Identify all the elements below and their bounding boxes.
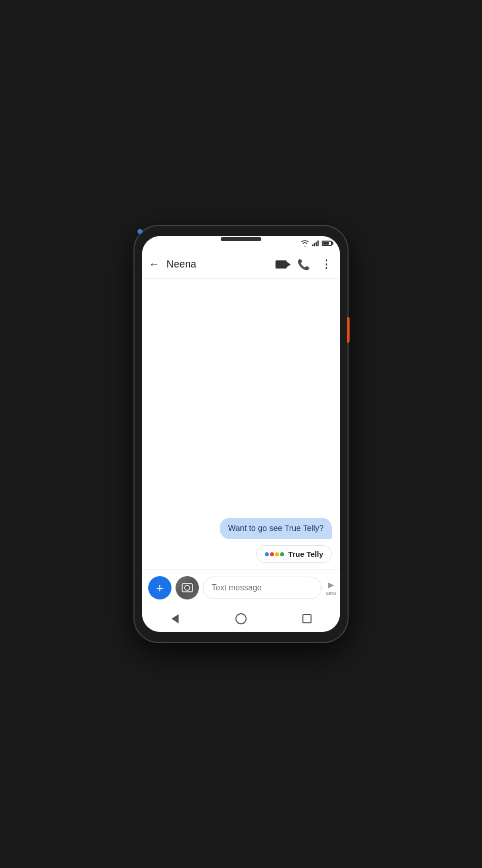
status-icons	[300, 240, 332, 247]
camera-icon	[182, 583, 193, 592]
messages-container: Want to go see True Telly? True Telly	[150, 518, 332, 563]
nav-home-icon	[235, 613, 247, 624]
back-button[interactable]: ←	[144, 254, 164, 275]
input-bar: + ► SMS	[142, 569, 340, 606]
message-input[interactable]	[203, 577, 322, 599]
send-arrow-icon: ►	[326, 579, 336, 591]
more-options-button[interactable]: ⋮	[316, 254, 336, 275]
contact-name: Neena	[166, 258, 271, 270]
google-assistant-icon	[265, 552, 284, 556]
front-camera	[137, 229, 143, 234]
svg-rect-1	[314, 243, 316, 246]
more-options-icon: ⋮	[321, 258, 331, 271]
smart-reply-text: True Telly	[288, 550, 323, 558]
plus-icon: +	[156, 581, 163, 594]
video-call-icon	[276, 260, 287, 269]
signal-icon	[312, 240, 319, 247]
dot-yellow	[275, 552, 279, 556]
camera-thumbnail	[176, 576, 199, 599]
video-call-button[interactable]	[271, 254, 291, 275]
add-button[interactable]: +	[148, 576, 171, 599]
speaker-grill	[221, 237, 261, 241]
action-icons: 📞 ⋮	[271, 254, 336, 275]
nav-recents-button[interactable]	[297, 609, 317, 629]
dot-green	[280, 552, 284, 556]
smart-reply-container: True Telly	[150, 545, 332, 563]
dot-red	[270, 552, 274, 556]
phone-call-icon: 📞	[297, 258, 310, 271]
send-label: SMS	[326, 591, 336, 596]
phone-device: ← Neena 📞 ⋮ Want to go see True Tel	[134, 226, 348, 642]
svg-rect-0	[312, 245, 314, 247]
phone-call-button[interactable]: 📞	[293, 254, 314, 275]
battery-fill	[323, 242, 329, 245]
app-bar: ← Neena 📞 ⋮	[142, 250, 340, 279]
phone-screen: ← Neena 📞 ⋮ Want to go see True Tel	[142, 236, 340, 632]
wifi-icon	[300, 240, 309, 247]
message-bubble-outgoing: Want to go see True Telly?	[220, 518, 332, 539]
send-button[interactable]: ► SMS	[326, 577, 336, 599]
nav-back-icon	[171, 614, 179, 623]
dot-blue	[265, 552, 269, 556]
svg-rect-2	[316, 242, 317, 246]
battery-icon	[322, 241, 332, 246]
volume-button[interactable]	[347, 317, 350, 343]
nav-recents-icon	[302, 614, 312, 623]
svg-rect-3	[318, 241, 319, 246]
back-arrow-icon: ←	[149, 258, 160, 271]
nav-back-button[interactable]	[165, 609, 185, 629]
chat-area: Want to go see True Telly? True Telly	[142, 279, 340, 569]
navigation-bar	[142, 606, 340, 632]
nav-home-button[interactable]	[231, 609, 251, 629]
camera-button[interactable]	[176, 576, 199, 599]
message-text: Want to go see True Telly?	[228, 524, 324, 532]
smart-reply-chip[interactable]: True Telly	[256, 545, 332, 563]
